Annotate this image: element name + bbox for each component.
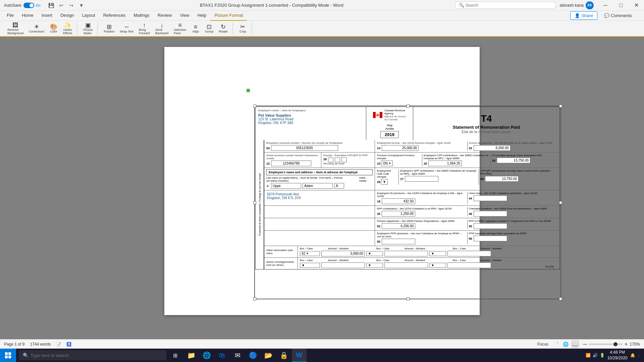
ppip-exempt-checkbox[interactable] <box>341 158 347 162</box>
taskbar-chrome-app[interactable]: 🔵 <box>246 349 260 362</box>
maximize-button[interactable]: □ <box>613 0 629 11</box>
rotate-button[interactable]: ↻ Rotate <box>217 23 230 34</box>
redo-button[interactable]: ↪ <box>67 1 75 9</box>
undo-button[interactable]: ↩ <box>57 1 65 9</box>
box3-dropdown[interactable]: ▼ <box>429 251 446 256</box>
autosave-toggle[interactable]: On <box>23 3 41 8</box>
taskbar-explorer-app[interactable]: 📁 <box>184 349 199 362</box>
sin-input[interactable] <box>271 161 311 166</box>
rpp-input[interactable] <box>382 211 415 217</box>
taskbar-word-app[interactable]: W <box>292 349 307 362</box>
selection-pane-button[interactable]: ≡ SelectionPane <box>172 21 188 36</box>
tab-design[interactable]: Design <box>56 11 78 21</box>
title-search-box[interactable]: 🔍 <box>455 2 556 9</box>
emp-income-input[interactable] <box>382 145 419 151</box>
ppip-premiums-input[interactable] <box>382 239 415 244</box>
battery-icon[interactable]: 🔋 <box>600 353 605 358</box>
user-avatar[interactable]: AK <box>586 1 594 9</box>
crop-button[interactable]: ✂ Crop <box>237 23 249 34</box>
spelling-icon[interactable]: 📝 <box>56 342 61 347</box>
color-button[interactable]: 🎨 Color <box>48 23 60 34</box>
tab-home[interactable]: Home <box>18 11 38 21</box>
ei-premiums-input[interactable] <box>382 198 415 204</box>
group-button[interactable]: ⊡ Group <box>203 23 215 34</box>
tab-layout[interactable]: Layout <box>78 11 99 21</box>
cpp-input[interactable] <box>428 161 462 166</box>
bring-forward-button[interactable]: ↑ BringForward <box>137 21 152 36</box>
taskbar-files-app[interactable]: 📂 <box>261 349 276 362</box>
tab-review[interactable]: Review <box>154 11 176 21</box>
wrap-text-button[interactable]: ↔ Wrap Text <box>118 23 135 34</box>
amount4-input[interactable] <box>321 262 365 268</box>
corrections-button[interactable]: ☀ Corrections <box>27 23 46 34</box>
first-name-input[interactable] <box>303 183 333 189</box>
union-dues-input[interactable] <box>474 195 507 201</box>
taskbar-search-input[interactable] <box>31 353 162 358</box>
zoom-slider[interactable] <box>589 344 623 345</box>
taskbar-edge-app[interactable]: 🌐 <box>199 349 214 362</box>
tab-mailings[interactable]: Mailings <box>129 11 154 21</box>
pension-adj-input[interactable] <box>382 223 415 229</box>
save-button[interactable]: 💾 <box>47 1 55 9</box>
box5-dropdown[interactable]: ▼ <box>366 263 383 268</box>
ppip-insurable-input[interactable] <box>474 236 507 241</box>
resize-handle-s[interactable] <box>407 297 410 300</box>
initial-input[interactable] <box>334 183 344 189</box>
comments-button[interactable]: 💬 Comments <box>600 12 636 19</box>
close-button[interactable]: ✕ <box>629 0 644 11</box>
emp-code-dropdown[interactable]: ▼ <box>381 179 388 185</box>
zoom-in-button[interactable]: + <box>625 341 628 347</box>
minimize-button[interactable]: ─ <box>598 0 613 11</box>
tab-file[interactable]: File <box>3 11 18 21</box>
amount5-input[interactable] <box>384 262 428 268</box>
amount3-input[interactable] <box>447 251 491 256</box>
read-mode-icon[interactable]: 📖 <box>571 340 579 348</box>
share-button[interactable]: 👤 Share <box>570 11 597 20</box>
start-button[interactable] <box>0 349 16 362</box>
resize-handle-se[interactable] <box>559 297 562 300</box>
focus-label[interactable]: Focus <box>537 342 548 347</box>
picture-styles-button[interactable]: ▣ PictureStyles <box>81 21 95 36</box>
ei-insurable-input[interactable] <box>497 158 530 163</box>
rpp-reg-input[interactable] <box>474 223 507 229</box>
task-view-button[interactable]: ⊞ <box>169 349 181 361</box>
title-search-input[interactable] <box>466 3 552 8</box>
province-dropdown[interactable]: ON▼ <box>381 161 393 166</box>
cpp-exempt-checkbox[interactable] <box>328 158 333 162</box>
box4-dropdown[interactable]: ▼ <box>300 263 320 268</box>
zoom-thumb[interactable] <box>613 342 618 346</box>
taskbar-mail-app[interactable]: ✉ <box>230 349 245 362</box>
amount1-input[interactable] <box>321 251 365 256</box>
accessibility-icon[interactable]: ♿ <box>66 342 71 347</box>
tab-references[interactable]: References <box>99 11 129 21</box>
tab-picture-format[interactable]: Picture Format <box>210 11 247 21</box>
qpp-input[interactable] <box>405 176 438 182</box>
charitable-input[interactable] <box>474 211 507 217</box>
volume-icon[interactable]: 🔊 <box>593 353 598 358</box>
tab-help[interactable]: Help <box>193 11 210 21</box>
ei-exempt-checkbox[interactable] <box>335 158 340 162</box>
align-button[interactable]: ≡ Align <box>190 23 202 34</box>
box1-dropdown[interactable]: 42▼ <box>300 251 320 256</box>
zoom-out-button[interactable]: ─ <box>583 341 587 347</box>
send-backward-button[interactable]: ↓ SendBackward <box>153 21 171 36</box>
amount2-input[interactable] <box>384 251 428 256</box>
remove-background-button[interactable]: 🖼 RemoveBackground <box>5 21 25 36</box>
taskbar-clock[interactable]: 4:48 PM 10/29/2020 <box>607 350 628 361</box>
position-button[interactable]: ⊞ Position <box>102 23 116 34</box>
resize-handle-sw[interactable] <box>253 297 256 300</box>
network-icon[interactable]: 📶 <box>586 353 591 358</box>
last-name-input[interactable] <box>271 183 301 189</box>
artistic-effects-button[interactable]: ✨ ArtisticEffects <box>61 21 74 36</box>
notification-icon[interactable]: 🔔 <box>630 353 635 358</box>
customize-button[interactable]: ▼ <box>77 1 86 9</box>
box6-dropdown[interactable]: ▼ <box>429 263 446 268</box>
taskbar-search-box[interactable]: 🔍 <box>19 350 166 360</box>
web-layout-icon[interactable]: 🌐 <box>562 340 570 348</box>
cpp-pensionable-input[interactable] <box>485 176 519 182</box>
income-tax-input[interactable] <box>474 145 511 151</box>
tab-insert[interactable]: Insert <box>38 11 57 21</box>
tab-view[interactable]: View <box>176 11 193 21</box>
show-desktop-button[interactable]: │ <box>638 354 640 357</box>
print-layout-icon[interactable]: 📄 <box>552 340 560 348</box>
